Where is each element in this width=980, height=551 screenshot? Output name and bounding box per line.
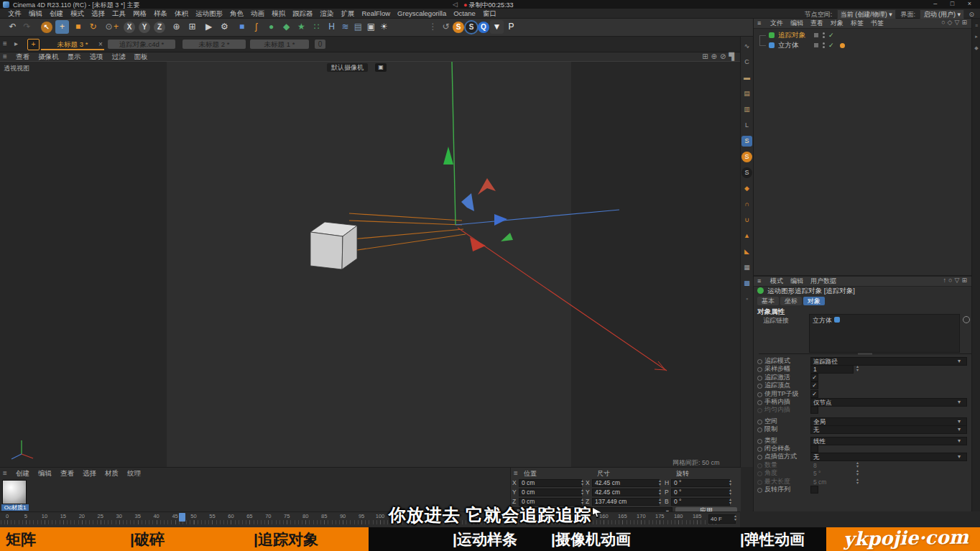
attribute-tab-坐标[interactable]: 坐标: [780, 297, 802, 305]
mode-s-selected-icon[interactable]: S: [741, 136, 752, 147]
layout-strip-icon[interactable]: ≡: [972, 23, 980, 28]
viewport-control-icon-2[interactable]: ⊘: [720, 52, 729, 60]
material-menu-0[interactable]: 创建: [16, 469, 29, 478]
floor-icon[interactable]: ▤: [351, 20, 365, 34]
coord-value-field[interactable]: 0 cm: [519, 479, 582, 487]
keyframe-dot-icon[interactable]: [757, 439, 762, 444]
am-menu-1[interactable]: 编辑: [790, 277, 803, 286]
mode-workplane-icon[interactable]: ▥: [741, 104, 752, 115]
attr-stepper[interactable]: ▴▾: [856, 365, 859, 372]
attr-checkbox[interactable]: [810, 445, 818, 453]
om-icon-2[interactable]: ▽: [955, 19, 962, 26]
add-tool-icon[interactable]: +: [109, 20, 123, 34]
coord-stepper[interactable]: ▴▾: [659, 489, 661, 496]
spline-pen-icon[interactable]: ʃ: [249, 20, 263, 34]
material-thumbnail[interactable]: [2, 480, 27, 504]
render-picture-viewer-icon[interactable]: ▶: [202, 20, 216, 34]
keyframe-dot-icon[interactable]: [757, 463, 762, 468]
om-icon-1[interactable]: ◇: [948, 19, 955, 26]
tabbar-menu-icon[interactable]: ≡: [3, 40, 7, 47]
menu-item-11[interactable]: 动画: [251, 9, 264, 19]
coord-value-field[interactable]: 0 cm: [519, 489, 582, 496]
tab-close-icon[interactable]: ×: [98, 40, 103, 48]
om-menu-1[interactable]: 编辑: [790, 19, 803, 28]
subdivision-surface-icon[interactable]: ●: [264, 20, 278, 34]
menu-item-19[interactable]: 窗口: [483, 9, 496, 19]
rotate-tool-icon[interactable]: ↻: [86, 20, 100, 34]
speaker-icon[interactable]: ◁: [453, 1, 458, 8]
visibility-dot-bottom[interactable]: [823, 36, 825, 38]
keyframe-dot-icon[interactable]: [757, 471, 762, 476]
menu-item-1[interactable]: 编辑: [29, 9, 42, 19]
attr-checkbox[interactable]: ✓: [810, 390, 818, 398]
render-settings-icon[interactable]: ⚙: [218, 20, 231, 34]
menu-item-2[interactable]: 创建: [50, 9, 63, 19]
attr-checkbox[interactable]: ✓: [810, 381, 818, 389]
attr-spinner[interactable]: 1: [810, 365, 854, 374]
mode-wedge-icon[interactable]: ◣: [741, 246, 752, 257]
x-axis-arrow[interactable]: [456, 210, 619, 226]
coord-stepper[interactable]: ▴▾: [581, 489, 583, 496]
coord-stepper[interactable]: ▴▾: [659, 479, 661, 486]
attr-checkbox[interactable]: [810, 486, 818, 494]
keyframe-dot-icon[interactable]: [757, 455, 762, 460]
menu-item-0[interactable]: 文件: [8, 9, 22, 19]
attr-spinner[interactable]: 5 °: [810, 469, 854, 478]
attr-checkbox[interactable]: [810, 406, 818, 414]
live-selection-icon[interactable]: ↖: [41, 22, 52, 33]
am-menu-2[interactable]: 用户数据: [810, 277, 836, 286]
poly-tools-plugin-icon[interactable]: P: [504, 20, 518, 34]
document-tab-0[interactable]: 未标题 3 *: [41, 40, 104, 50]
attr-stepper[interactable]: ▴▾: [856, 478, 859, 485]
menu-item-12[interactable]: 模拟: [272, 9, 285, 19]
am-icon-2[interactable]: ▽: [955, 277, 962, 284]
material-menu-3[interactable]: 选择: [83, 469, 96, 478]
add-cube-icon[interactable]: ■: [235, 20, 249, 34]
qr-plugin-icon[interactable]: Q: [478, 22, 489, 33]
viewport-control-icon-1[interactable]: ⊕: [711, 52, 720, 60]
attr-checkbox[interactable]: ✓: [810, 374, 818, 381]
layout-strip-icon[interactable]: ◆: [972, 45, 980, 51]
tab-zero-button[interactable]: 0: [315, 40, 325, 49]
attribute-divider-handle[interactable]: [858, 353, 872, 355]
document-tab-1[interactable]: 追踪对象.c4d *: [108, 40, 175, 49]
am-icon-1[interactable]: ○: [948, 277, 954, 284]
om-menu-3[interactable]: 对象: [831, 19, 843, 28]
attribute-tab-对象[interactable]: 对象: [803, 297, 825, 305]
coord-stepper[interactable]: ▴▾: [581, 479, 583, 486]
attr-dropdown[interactable]: 无▾: [810, 453, 967, 461]
viewport-control-icon-3[interactable]: ▜: [729, 52, 737, 60]
am-menu-0[interactable]: 模式: [770, 277, 783, 286]
keyframe-dot-icon[interactable]: [757, 488, 762, 493]
keyframe-dot-icon[interactable]: [757, 420, 762, 425]
menu-item-5[interactable]: 工具: [112, 9, 126, 19]
mode-curve-icon[interactable]: ∪: [741, 215, 752, 226]
attr-stepper[interactable]: ▴▾: [856, 461, 859, 468]
om-menu-icon[interactable]: ≡: [757, 19, 761, 27]
cube-object[interactable]: [310, 222, 357, 269]
mode-model-icon[interactable]: ▬: [741, 73, 752, 83]
mode-bend-icon[interactable]: ∩: [741, 199, 752, 210]
attr-dropdown[interactable]: 无▾: [810, 425, 967, 434]
om-icon-0[interactable]: ○: [941, 19, 947, 26]
menu-item-8[interactable]: 体积: [175, 9, 188, 19]
menu-item-17[interactable]: Greyscalegorilla: [397, 9, 446, 17]
menu-item-14[interactable]: 渲染: [320, 9, 334, 19]
z-axis-arrow[interactable]: [458, 228, 667, 371]
keyframe-dot-icon[interactable]: [757, 392, 762, 397]
mode-cone-icon[interactable]: ▲: [741, 231, 752, 241]
menu-item-13[interactable]: 跟踪器: [292, 9, 313, 19]
attr-stepper[interactable]: ▴▾: [856, 469, 859, 476]
search-icon[interactable]: ⊙: [969, 11, 974, 18]
material-menu-2[interactable]: 查看: [60, 469, 74, 478]
am-menu-icon[interactable]: ≡: [757, 277, 761, 284]
menu-item-6[interactable]: 网格: [133, 9, 147, 19]
mode-s-dark-icon[interactable]: S: [741, 167, 752, 178]
scale-tool-icon[interactable]: ■: [71, 20, 85, 34]
camera-icon[interactable]: ▣: [364, 20, 378, 34]
am-icon-0[interactable]: ↑: [943, 277, 949, 284]
object-row-0[interactable]: 追踪对象 ✓: [754, 30, 972, 40]
mode-pen-icon[interactable]: ∿: [741, 41, 752, 52]
om-icon-3[interactable]: ⊞: [961, 19, 969, 26]
trace-link-listbox[interactable]: 立方体: [809, 314, 960, 353]
